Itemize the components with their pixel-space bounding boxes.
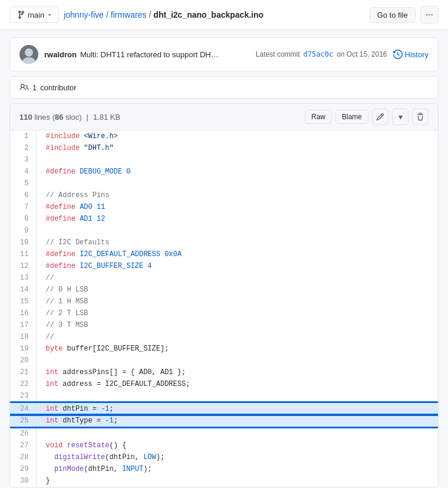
line-number[interactable]: 19 bbox=[10, 343, 36, 355]
line-number[interactable]: 1 bbox=[10, 130, 36, 142]
table-row: 23 bbox=[10, 390, 438, 402]
file-size: 1.81 KB bbox=[93, 113, 120, 122]
trash-icon bbox=[416, 113, 424, 121]
contributor-icon bbox=[19, 83, 29, 92]
table-row: 17// 3 T MSB bbox=[10, 319, 438, 331]
table-row: 18// bbox=[10, 331, 438, 343]
breadcrumb-owner[interactable]: johnny-five bbox=[64, 10, 104, 19]
table-row: 27void resetState() { bbox=[10, 440, 438, 451]
line-number[interactable]: 30 bbox=[10, 475, 36, 487]
commit-hash[interactable]: d75ac0c bbox=[304, 50, 334, 58]
top-bar-actions: Go to file ··· bbox=[370, 6, 439, 24]
commit-main: rwaldron Multi: DHT11 refactored to supp… bbox=[44, 50, 250, 59]
line-code: #define DEBUG_MODE 0 bbox=[36, 166, 438, 178]
table-row: 30} bbox=[10, 475, 438, 487]
line-code: // 1 H MSB bbox=[36, 296, 438, 307]
line-number[interactable]: 9 bbox=[10, 225, 36, 237]
line-code: int address = I2C_DEFAULT_ADDRESS; bbox=[36, 378, 438, 390]
line-code: } bbox=[36, 475, 438, 487]
table-row: 20 bbox=[10, 355, 438, 366]
table-row: 28 digitalWrite(dhtPin, LOW); bbox=[10, 451, 438, 463]
latest-commit-label: Latest commit bbox=[256, 50, 300, 58]
line-code: int dhtType = -1; bbox=[36, 415, 438, 427]
table-row: 7#define AD0 11 bbox=[10, 201, 438, 213]
breadcrumb-repo[interactable]: firmwares bbox=[111, 10, 147, 19]
table-row: 29 pinMode(dhtPin, INPUT); bbox=[10, 463, 438, 475]
line-code: // bbox=[36, 331, 438, 343]
breadcrumb-sep1: / bbox=[106, 10, 108, 19]
line-number[interactable]: 17 bbox=[10, 319, 36, 331]
table-row: 22int address = I2C_DEFAULT_ADDRESS; bbox=[10, 378, 438, 390]
branch-selector[interactable]: main bbox=[9, 6, 59, 23]
line-number[interactable]: 23 bbox=[10, 390, 36, 402]
history-label: History bbox=[405, 50, 429, 59]
line-number[interactable]: 27 bbox=[10, 440, 36, 451]
line-number[interactable]: 22 bbox=[10, 378, 36, 390]
more-options-button[interactable]: ··· bbox=[420, 6, 439, 24]
line-code: // Address Pins bbox=[36, 189, 438, 201]
edit-button[interactable] bbox=[372, 109, 388, 125]
line-number[interactable]: 2 bbox=[10, 142, 36, 154]
commit-date: on Oct 15, 2016 bbox=[337, 50, 387, 58]
line-number[interactable]: 13 bbox=[10, 272, 36, 284]
line-number[interactable]: 15 bbox=[10, 296, 36, 307]
goto-file-button[interactable]: Go to file bbox=[370, 7, 416, 23]
table-row: 14// 0 H LSB bbox=[10, 284, 438, 296]
chevron-down-icon bbox=[47, 12, 52, 18]
line-code: digitalWrite(dhtPin, LOW); bbox=[36, 451, 438, 463]
line-number[interactable]: 7 bbox=[10, 201, 36, 213]
line-number[interactable]: 8 bbox=[10, 213, 36, 225]
table-row: 8#define AD1 12 bbox=[10, 213, 438, 225]
svg-point-1 bbox=[25, 48, 33, 57]
table-row: 26 bbox=[10, 427, 438, 440]
line-number[interactable]: 28 bbox=[10, 451, 36, 463]
table-row: 25int dhtType = -1; bbox=[10, 415, 438, 427]
line-number[interactable]: 16 bbox=[10, 307, 36, 319]
delete-button[interactable] bbox=[412, 109, 429, 125]
commit-info: rwaldron Multi: DHT11 refactored to supp… bbox=[44, 50, 250, 59]
table-row: 4#define DEBUG_MODE 0 bbox=[10, 166, 438, 178]
line-number[interactable]: 21 bbox=[10, 366, 36, 378]
line-number[interactable]: 29 bbox=[10, 463, 36, 475]
line-number[interactable]: 11 bbox=[10, 248, 36, 260]
avatar bbox=[19, 45, 38, 64]
line-number[interactable]: 24 bbox=[10, 402, 36, 415]
line-code: pinMode(dhtPin, INPUT); bbox=[36, 463, 438, 475]
table-row: 10// I2C Defaults bbox=[10, 237, 438, 248]
line-number[interactable]: 25 bbox=[10, 415, 36, 427]
line-number[interactable]: 5 bbox=[10, 178, 36, 189]
line-number[interactable]: 6 bbox=[10, 189, 36, 201]
line-code: #include <Wire.h> bbox=[36, 130, 438, 142]
line-code bbox=[36, 355, 438, 366]
file-actions: Raw Blame ▾ bbox=[305, 109, 429, 125]
file-lines: 110 lines (86 sloc) bbox=[19, 113, 82, 122]
line-number[interactable]: 14 bbox=[10, 284, 36, 296]
line-number[interactable]: 18 bbox=[10, 331, 36, 343]
line-number[interactable]: 4 bbox=[10, 166, 36, 178]
line-code bbox=[36, 154, 438, 166]
line-code bbox=[36, 427, 438, 440]
code-table: 1#include <Wire.h>2#include "DHT.h"3 4#d… bbox=[10, 130, 438, 487]
line-code: #define AD1 12 bbox=[36, 213, 438, 225]
raw-button[interactable]: Raw bbox=[305, 110, 332, 124]
line-number[interactable]: 12 bbox=[10, 260, 36, 272]
commit-meta: Latest commit d75ac0c on Oct 15, 2016 bbox=[256, 50, 387, 58]
more-button[interactable]: ▾ bbox=[392, 109, 409, 125]
blame-button[interactable]: Blame bbox=[335, 110, 368, 124]
line-number[interactable]: 26 bbox=[10, 427, 36, 440]
table-row: 9 bbox=[10, 225, 438, 237]
file-header: 110 lines (86 sloc) | 1.81 KB Raw Blame … bbox=[10, 104, 438, 130]
line-code: #define I2C_DEFAULT_ADDRESS 0x0A bbox=[36, 248, 438, 260]
table-row: 15// 1 H MSB bbox=[10, 296, 438, 307]
line-number[interactable]: 10 bbox=[10, 237, 36, 248]
commit-author[interactable]: rwaldron bbox=[44, 50, 77, 59]
line-number[interactable]: 20 bbox=[10, 355, 36, 366]
line-code: int dhtPin = -1; bbox=[36, 402, 438, 415]
breadcrumb: johnny-five / firmwares / dht_i2c_nano_b… bbox=[64, 10, 364, 19]
breadcrumb-sep2: / bbox=[149, 10, 151, 19]
branch-icon bbox=[16, 10, 25, 19]
table-row: 12#define I2C_BUFFER_SIZE 4 bbox=[10, 260, 438, 272]
contributor-count: 1 bbox=[32, 83, 37, 92]
history-link[interactable]: History bbox=[393, 50, 429, 59]
line-number[interactable]: 3 bbox=[10, 154, 36, 166]
